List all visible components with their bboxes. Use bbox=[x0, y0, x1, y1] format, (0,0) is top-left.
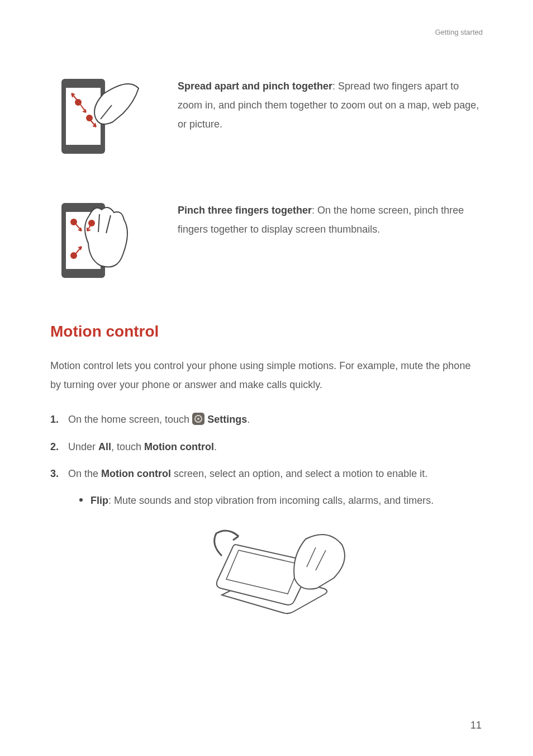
section-intro: Motion control lets you control your pho… bbox=[50, 356, 483, 394]
gesture-text-spread: Spread apart and pinch together: Spread … bbox=[178, 74, 483, 134]
header-section-label: Getting started bbox=[50, 28, 483, 36]
bullet-flip: Flip: Mute sounds and stop vibration fro… bbox=[79, 491, 483, 510]
step-1: On the home screen, touch Settings. bbox=[50, 410, 483, 429]
gesture-text-threefinger: Pinch three fingers together: On the hom… bbox=[178, 199, 483, 239]
spread-pinch-icon bbox=[50, 74, 145, 158]
gesture-title-spread: Spread apart and pinch together bbox=[178, 81, 332, 92]
svg-point-3 bbox=[86, 115, 93, 121]
gesture-title-threefinger: Pinch three fingers together bbox=[178, 205, 312, 216]
step-2: Under All, touch Motion control. bbox=[50, 437, 483, 456]
settings-app-icon bbox=[192, 413, 204, 425]
step-3-sublist: Flip: Mute sounds and stop vibration fro… bbox=[68, 491, 483, 510]
svg-point-11 bbox=[197, 418, 199, 420]
step-3: On the Motion control screen, select an … bbox=[50, 464, 483, 510]
page-number: 11 bbox=[470, 720, 482, 731]
flip-phone-icon bbox=[183, 522, 350, 623]
gesture-row-spread-pinch: Spread apart and pinch together: Spread … bbox=[50, 74, 483, 158]
three-finger-pinch-icon bbox=[50, 199, 145, 282]
svg-point-7 bbox=[88, 220, 95, 226]
steps-list: On the home screen, touch Settings. Unde… bbox=[50, 410, 483, 510]
section-title-motion-control: Motion control bbox=[50, 323, 483, 341]
gesture-row-three-finger: Pinch three fingers together: On the hom… bbox=[50, 199, 483, 282]
